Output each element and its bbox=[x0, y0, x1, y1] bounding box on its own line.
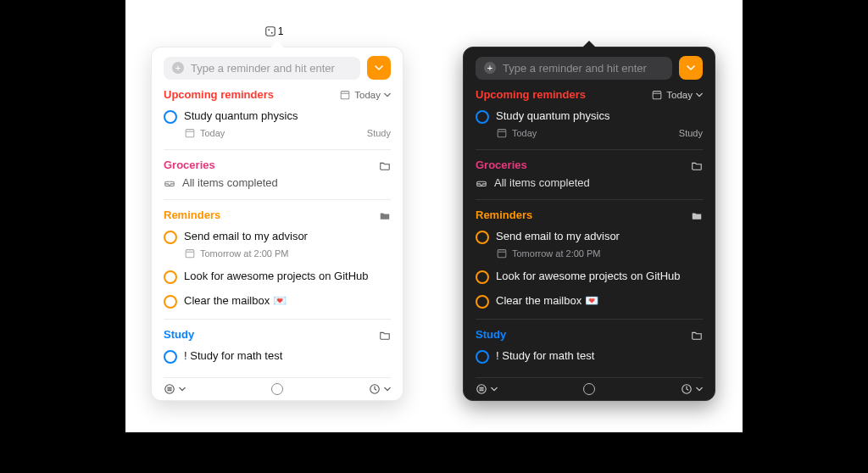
bottom-left-menu[interactable] bbox=[476, 383, 498, 395]
upcoming-filter[interactable]: Today bbox=[339, 89, 391, 101]
section-title-reminders: Reminders bbox=[164, 209, 220, 221]
section-title-groceries: Groceries bbox=[476, 159, 527, 171]
reminder-item[interactable]: ! Study for math test bbox=[164, 344, 391, 369]
reminder-due: Today bbox=[200, 127, 225, 139]
bottom-right-menu[interactable] bbox=[681, 383, 703, 395]
reminder-title: Send email to my advisor bbox=[496, 230, 703, 244]
divider bbox=[164, 199, 391, 200]
folder-icon[interactable] bbox=[379, 159, 391, 171]
reminder-title: Look for awesome projects on GitHub bbox=[184, 270, 391, 284]
reminder-item[interactable]: Study quantum physics Today Study bbox=[164, 104, 391, 144]
reminder-item[interactable]: Look for awesome projects on GitHub bbox=[476, 264, 703, 289]
reminder-title: Clear the mailbox 💌 bbox=[496, 294, 703, 309]
complete-toggle[interactable] bbox=[476, 231, 489, 244]
chevron-down-icon bbox=[375, 64, 383, 72]
reminder-list-tag: Study bbox=[367, 127, 391, 139]
reminder-item[interactable]: Send email to my advisor Tomorrow at 2:0… bbox=[164, 225, 391, 264]
complete-toggle[interactable] bbox=[476, 295, 489, 309]
svg-rect-20 bbox=[498, 130, 506, 137]
reminders-menubar-icon bbox=[264, 25, 276, 37]
folder-icon[interactable] bbox=[691, 159, 703, 171]
reminders-popover-light: + Type a reminder and hit enter Upcoming… bbox=[151, 47, 403, 401]
reminder-item[interactable]: Send email to my advisor Tomorrow at 2:0… bbox=[476, 225, 703, 264]
upcoming-filter[interactable]: Today bbox=[651, 89, 703, 101]
complete-toggle[interactable] bbox=[164, 231, 177, 244]
calendar-icon bbox=[184, 248, 196, 259]
add-reminder-button[interactable] bbox=[679, 56, 703, 80]
complete-toggle[interactable] bbox=[164, 110, 177, 124]
tray-icon bbox=[164, 177, 175, 189]
new-reminder-input[interactable]: + Type a reminder and hit enter bbox=[164, 57, 360, 80]
reminder-item[interactable]: Study quantum physics Today Study bbox=[476, 104, 703, 144]
svg-rect-18 bbox=[654, 91, 662, 98]
reminder-due: Tomorrow at 2:00 PM bbox=[512, 248, 601, 259]
reminder-title: Send email to my advisor bbox=[184, 230, 391, 244]
folder-solid-icon[interactable] bbox=[379, 209, 391, 221]
upcoming-filter-label: Today bbox=[354, 90, 381, 100]
reminder-title: ! Study for math test bbox=[496, 349, 703, 364]
divider bbox=[164, 149, 391, 150]
input-placeholder: Type a reminder and hit enter bbox=[503, 62, 647, 75]
section-title-upcoming: Upcoming reminders bbox=[476, 88, 586, 101]
bottom-center-toggle[interactable] bbox=[583, 383, 595, 395]
add-reminder-button[interactable] bbox=[367, 56, 391, 80]
divider bbox=[164, 319, 391, 320]
chevron-down-icon bbox=[384, 92, 391, 98]
chevron-down-icon bbox=[179, 386, 186, 392]
complete-toggle[interactable] bbox=[476, 270, 489, 284]
reminder-title: Study quantum physics bbox=[496, 109, 703, 124]
chevron-down-icon bbox=[696, 386, 703, 392]
calendar-icon bbox=[184, 127, 196, 139]
settings-icon bbox=[369, 383, 381, 395]
svg-rect-3 bbox=[586, 27, 595, 36]
svg-point-2 bbox=[270, 32, 272, 34]
list-icon bbox=[476, 383, 487, 395]
menubar-item[interactable] bbox=[577, 25, 603, 37]
chevron-down-icon bbox=[696, 92, 703, 98]
complete-toggle[interactable] bbox=[164, 350, 177, 364]
list-icon bbox=[164, 383, 175, 395]
reminder-item[interactable]: Clear the mailbox 💌 bbox=[476, 289, 703, 314]
reminders-menubar-icon bbox=[584, 25, 596, 37]
reminder-title: Clear the mailbox 💌 bbox=[184, 294, 391, 309]
bottom-left-menu[interactable] bbox=[164, 383, 186, 395]
input-placeholder: Type a reminder and hit enter bbox=[191, 62, 335, 75]
plus-icon: + bbox=[484, 62, 496, 74]
reminders-popover-dark: + Type a reminder and hit enter Upcoming… bbox=[463, 47, 715, 401]
svg-point-1 bbox=[268, 29, 270, 31]
divider bbox=[476, 199, 703, 200]
svg-point-4 bbox=[587, 29, 589, 31]
upcoming-filter-label: Today bbox=[666, 90, 693, 100]
reminder-item[interactable]: Clear the mailbox 💌 bbox=[164, 289, 391, 314]
settings-icon bbox=[681, 383, 693, 395]
bottom-right-menu[interactable] bbox=[369, 383, 391, 395]
reminder-list-tag: Study bbox=[679, 127, 703, 139]
complete-toggle[interactable] bbox=[476, 110, 489, 124]
folder-solid-icon[interactable] bbox=[691, 209, 703, 221]
calendar-icon bbox=[651, 89, 663, 101]
section-title-groceries: Groceries bbox=[164, 159, 215, 171]
svg-rect-0 bbox=[265, 27, 275, 36]
chevron-down-icon bbox=[491, 386, 498, 392]
completed-text: All items completed bbox=[182, 176, 278, 189]
complete-toggle[interactable] bbox=[476, 350, 489, 364]
complete-toggle[interactable] bbox=[164, 270, 177, 284]
complete-toggle[interactable] bbox=[164, 295, 177, 309]
menubar-item[interactable]: 1 bbox=[261, 25, 287, 37]
folder-icon[interactable] bbox=[379, 329, 391, 341]
menubar-badge: 1 bbox=[278, 25, 284, 37]
calendar-icon bbox=[496, 127, 508, 139]
tray-icon bbox=[476, 177, 487, 189]
new-reminder-input[interactable]: + Type a reminder and hit enter bbox=[476, 57, 672, 80]
completed-text: All items completed bbox=[494, 176, 590, 189]
svg-rect-6 bbox=[342, 91, 350, 98]
chevron-down-icon bbox=[384, 386, 391, 392]
reminder-item[interactable]: Look for awesome projects on GitHub bbox=[164, 264, 391, 289]
folder-icon[interactable] bbox=[691, 329, 703, 341]
divider bbox=[476, 319, 703, 320]
bottom-center-toggle[interactable] bbox=[271, 383, 283, 395]
reminder-item[interactable]: ! Study for math test bbox=[476, 344, 703, 369]
calendar-icon bbox=[339, 89, 351, 101]
section-title-reminders: Reminders bbox=[476, 209, 532, 221]
svg-rect-11 bbox=[186, 250, 194, 258]
